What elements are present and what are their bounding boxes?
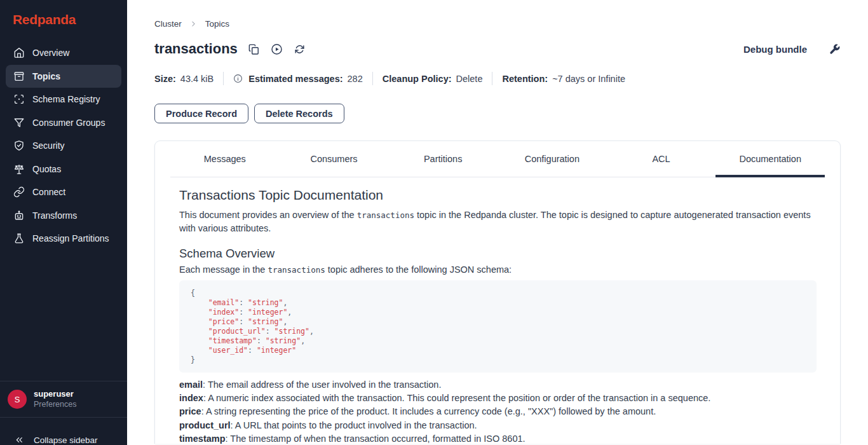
field-index: index: A numeric index associated with t…: [179, 392, 817, 405]
title-icons: [248, 43, 306, 55]
collapse-sidebar-label: Collapse sidebar: [34, 435, 98, 445]
flask-icon: [13, 233, 25, 244]
documentation-content: Transactions Topic Documentation This do…: [155, 177, 840, 444]
delete-records-button[interactable]: Delete Records: [254, 104, 344, 123]
shield-icon: [13, 140, 25, 151]
home-icon: [13, 47, 25, 58]
chevron-right-icon: [189, 20, 198, 28]
stat-label: Retention:: [502, 74, 548, 84]
sidebar-item-label: Security: [32, 140, 65, 151]
field-desc: : A numeric index associated with the tr…: [203, 393, 711, 403]
topic-card: MessagesConsumersPartitionsConfiguration…: [154, 140, 841, 444]
stat-retention-: Retention:~7 days or Infinite: [502, 74, 625, 84]
field-name: price: [179, 406, 201, 416]
field-desc: : The email address of the user involved…: [203, 380, 441, 390]
stat-label: Estimated messages:: [248, 74, 342, 84]
tab-configuration[interactable]: Configuration: [498, 141, 607, 177]
user-section[interactable]: S superuser Preferences: [0, 381, 127, 417]
robot-icon: [13, 210, 25, 221]
info-icon[interactable]: [233, 74, 243, 83]
sidebar-item-topics[interactable]: Topics: [6, 65, 121, 88]
breadcrumb: ClusterTopics: [154, 19, 841, 29]
user-info: superuser Preferences: [34, 388, 76, 410]
stat-estimated-messages-: Estimated messages:282: [233, 74, 363, 84]
sidebar-item-schema-registry[interactable]: Schema Registry: [6, 88, 121, 111]
sidebar-item-label: Reassign Partitions: [32, 233, 109, 243]
inline-code: transactions: [268, 265, 325, 275]
tabstrip: MessagesConsumersPartitionsConfiguration…: [170, 141, 825, 177]
sidebar-item-label: Topics: [32, 71, 60, 81]
chevrons-left-icon: [14, 435, 24, 445]
box-icon: [13, 71, 25, 82]
doc-intro: This document provides an overview of th…: [179, 209, 817, 235]
stat-divider: [372, 72, 373, 85]
refresh-icon[interactable]: [294, 43, 306, 55]
sidebar-footer: S superuser Preferences Collapse sidebar: [0, 381, 127, 445]
sidebar-item-quotas[interactable]: Quotas: [6, 158, 121, 181]
sidebar-nav: OverviewTopicsSchema RegistryConsumer Gr…: [0, 41, 127, 381]
breadcrumb-cluster[interactable]: Cluster: [154, 19, 182, 29]
collapse-sidebar-button[interactable]: Collapse sidebar: [0, 417, 127, 445]
field-timestamp: timestamp: The timestamp of when the tra…: [179, 432, 817, 444]
json-schema-code-block: { "email": "string", "index": "integer",…: [179, 280, 817, 373]
inline-code: transactions: [357, 210, 414, 220]
sidebar-item-label: Transforms: [32, 210, 77, 221]
user-name: superuser: [34, 388, 76, 399]
field-price: price: A string representing the price o…: [179, 405, 817, 418]
field-email: email: The email address of the user inv…: [179, 378, 817, 392]
main-content: ClusterTopics transactions Debug bundle …: [127, 0, 868, 445]
tab-partitions[interactable]: Partitions: [388, 141, 498, 177]
stat-value: Delete: [456, 74, 483, 84]
sidebar-item-consumer-groups[interactable]: Consumer Groups: [6, 111, 121, 134]
title-row: transactions Debug bundle: [154, 41, 841, 57]
stat-value: 43.4 kiB: [180, 74, 214, 84]
redpanda-logo[interactable]: Redpanda: [13, 12, 114, 27]
doc-title: Transactions Topic Documentation: [179, 188, 817, 203]
debug-bundle-wrap: Debug bundle: [743, 43, 841, 55]
stat-label: Size:: [154, 74, 176, 84]
field-desc: : A URL that points to the product invol…: [231, 420, 477, 430]
wrench-icon[interactable]: [829, 43, 841, 55]
sidebar-item-reassign-partitions[interactable]: Reassign Partitions: [6, 227, 121, 250]
scales-icon: [13, 163, 25, 175]
tab-acl[interactable]: ACL: [607, 141, 716, 177]
field-name: email: [179, 380, 203, 390]
stat-divider: [492, 72, 492, 85]
sidebar-item-label: Schema Registry: [32, 94, 100, 104]
field-product-url: product_url: A URL that points to the pr…: [179, 419, 817, 432]
sidebar-item-security[interactable]: Security: [6, 134, 121, 157]
sidebar-item-transforms[interactable]: Transforms: [6, 204, 121, 227]
action-buttons: Produce Record Delete Records: [154, 104, 841, 123]
page-title: transactions: [154, 41, 238, 57]
logo-area: Redpanda: [0, 0, 127, 41]
json-schema-code: { "email": "string", "index": "integer",…: [191, 289, 314, 364]
debug-bundle-link[interactable]: Debug bundle: [743, 44, 807, 55]
topic-stats: Size:43.4 kiBEstimated messages:282Clean…: [154, 72, 841, 85]
stat-value: 282: [348, 74, 363, 84]
sidebar-item-connect[interactable]: Connect: [6, 181, 121, 203]
tab-messages[interactable]: Messages: [170, 141, 280, 177]
field-name: product_url: [179, 420, 231, 430]
tab-documentation[interactable]: Documentation: [715, 141, 825, 177]
sidebar-item-label: Connect: [32, 187, 65, 197]
stat-size-: Size:43.4 kiB: [154, 74, 214, 84]
field-name: timestamp: [179, 434, 226, 444]
produce-record-button[interactable]: Produce Record: [154, 104, 248, 123]
scan-icon: [13, 93, 25, 105]
schema-heading: Schema Overview: [179, 247, 817, 261]
copy-icon[interactable]: [248, 43, 260, 55]
field-descriptions: email: The email address of the user inv…: [179, 378, 817, 444]
preferences-link[interactable]: Preferences: [34, 399, 76, 410]
field-desc: : The timestamp of when the transaction …: [226, 434, 526, 444]
tab-consumers[interactable]: Consumers: [280, 141, 389, 177]
sidebar-item-label: Quotas: [32, 164, 61, 174]
sidebar-item-label: Consumer Groups: [32, 118, 105, 128]
field-name: index: [179, 393, 203, 403]
sidebar: Redpanda OverviewTopicsSchema RegistryCo…: [0, 0, 127, 445]
avatar[interactable]: S: [8, 390, 27, 409]
sidebar-item-overview[interactable]: Overview: [6, 41, 121, 64]
play-circle-icon[interactable]: [271, 43, 283, 55]
stat-value: ~7 days or Infinite: [552, 74, 625, 84]
filter-icon: [13, 117, 25, 128]
breadcrumb-topics[interactable]: Topics: [205, 19, 229, 29]
